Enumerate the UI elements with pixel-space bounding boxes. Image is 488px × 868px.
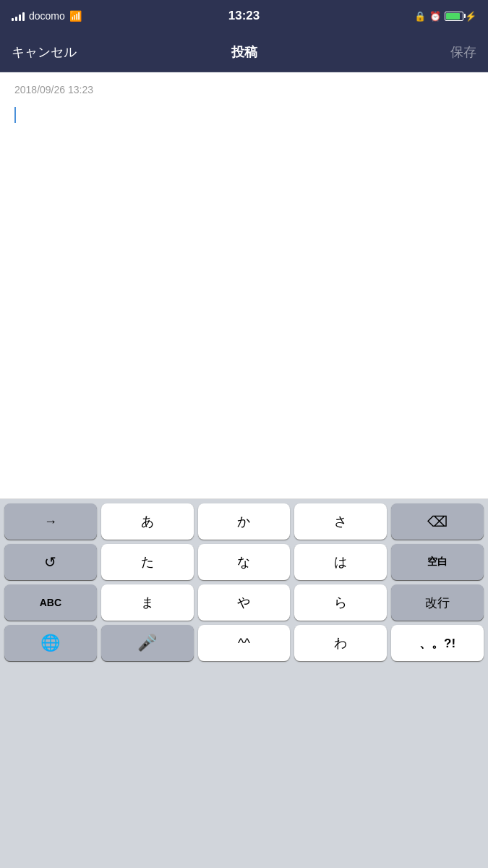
signal-bar-4 [22, 12, 25, 21]
carrier-label: docomo [29, 10, 65, 22]
mic-icon: 🎤 [137, 634, 157, 652]
backspace-icon: ⌫ [427, 513, 448, 530]
signal-bars [12, 11, 25, 21]
wifi-icon: 📶 [69, 10, 82, 22]
post-timestamp: 2018/09/26 13:23 [14, 84, 474, 95]
keyboard-row-3: ABC ま や ら 改行 [0, 584, 488, 621]
key-small-tsu[interactable]: ^^ [198, 625, 291, 661]
text-input-area[interactable] [14, 107, 474, 123]
key-punctuation[interactable]: 、。?! [391, 625, 484, 661]
key-enter[interactable]: 改行 [391, 584, 484, 621]
keyboard-row-1: → あ か さ ⌫ [0, 503, 488, 540]
key-ha[interactable]: は [294, 544, 387, 580]
keyboard: → あ か さ ⌫ ↺ た な は 空白 ABC ま や ら 改行 🌐 🎤 ^^… [0, 499, 488, 868]
battery-fill [446, 13, 460, 20]
keyboard-row-2: ↺ た な は 空白 [0, 544, 488, 580]
key-ma[interactable]: ま [101, 584, 194, 621]
signal-bar-2 [15, 17, 17, 21]
key-ka[interactable]: か [198, 503, 291, 540]
globe-icon: 🌐 [40, 634, 60, 652]
status-left: docomo 📶 [12, 10, 82, 22]
signal-bar-3 [19, 14, 21, 21]
battery-container: ⚡ [445, 11, 476, 22]
save-button[interactable]: 保存 [450, 43, 476, 61]
content-area[interactable]: 2018/09/26 13:23 [0, 72, 488, 499]
lock-icon: 🔒 [414, 11, 426, 22]
charge-icon: ⚡ [465, 11, 476, 22]
key-backspace[interactable]: ⌫ [391, 503, 484, 540]
key-undo[interactable]: ↺ [4, 544, 97, 580]
key-abc[interactable]: ABC [4, 584, 97, 621]
key-globe[interactable]: 🌐 [4, 625, 97, 661]
text-cursor [14, 107, 16, 123]
status-time: 13:23 [228, 9, 260, 23]
key-wa[interactable]: わ [294, 625, 387, 661]
key-ta[interactable]: た [101, 544, 194, 580]
status-right: 🔒 ⏰ ⚡ [414, 11, 476, 22]
cancel-button[interactable]: キャンセル [12, 43, 77, 61]
key-mic[interactable]: 🎤 [101, 625, 194, 661]
key-space[interactable]: 空白 [391, 544, 484, 580]
key-na[interactable]: な [198, 544, 291, 580]
battery [445, 12, 463, 21]
alarm-icon: ⏰ [429, 11, 441, 22]
keyboard-row-4: 🌐 🎤 ^^ わ 、。?! [0, 625, 488, 661]
status-bar: docomo 📶 13:23 🔒 ⏰ ⚡ [0, 0, 488, 32]
undo-icon: ↺ [44, 553, 56, 571]
nav-bar: キャンセル 投稿 保存 [0, 32, 488, 72]
nav-title: 投稿 [231, 43, 257, 61]
signal-bar-1 [12, 18, 14, 21]
key-sa[interactable]: さ [294, 503, 387, 540]
key-ya[interactable]: や [198, 584, 291, 621]
key-ra[interactable]: ら [294, 584, 387, 621]
key-arrow[interactable]: → [4, 503, 97, 540]
key-a[interactable]: あ [101, 503, 194, 540]
